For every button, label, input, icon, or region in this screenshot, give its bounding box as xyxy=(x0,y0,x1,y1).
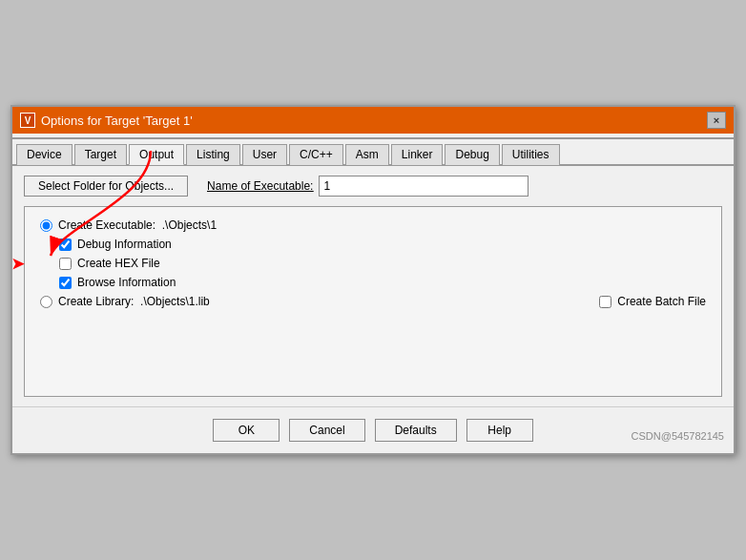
create-hex-annotation: ➤ Create HEX File xyxy=(40,257,706,270)
tab-bar-row: Device Target Output Listing User C/C++ … xyxy=(12,139,734,166)
app-icon: V xyxy=(20,113,35,128)
close-button[interactable]: × xyxy=(707,112,726,129)
browse-info-checkbox[interactable] xyxy=(59,277,72,289)
tab-cpp[interactable]: C/C++ xyxy=(289,144,343,165)
create-exe-radio[interactable] xyxy=(40,219,52,232)
help-button[interactable]: Help xyxy=(466,419,533,442)
create-exe-row: Create Executable: .\Objects\1 xyxy=(40,218,706,232)
create-exe-label: Create Executable: .\Objects\1 xyxy=(58,218,217,232)
tab-bar xyxy=(12,134,734,139)
footer-bar: OK Cancel Defaults Help CSDN@545782145 xyxy=(12,406,734,453)
exe-name-input[interactable] xyxy=(319,176,528,197)
create-lib-label: Create Library: .\Objects\1.lib xyxy=(58,295,210,308)
create-exe-path: .\Objects\1 xyxy=(162,218,217,232)
red-arrow-indicator: ➤ xyxy=(11,255,24,273)
tab-user[interactable]: User xyxy=(242,144,287,165)
debug-info-label: Debug Information xyxy=(77,238,172,251)
defaults-button[interactable]: Defaults xyxy=(375,419,457,442)
content-area: Select Folder for Objects... Name of Exe… xyxy=(12,166,734,406)
tab-target[interactable]: Target xyxy=(74,144,127,165)
tab-utilities[interactable]: Utilities xyxy=(502,144,560,165)
options-panel: Create Executable: .\Objects\1 Debug Inf… xyxy=(24,206,722,397)
watermark: CSDN@545782145 xyxy=(632,430,724,442)
create-hex-checkbox[interactable] xyxy=(59,258,72,270)
debug-info-row: Debug Information xyxy=(59,238,706,251)
select-folder-button[interactable]: Select Folder for Objects... xyxy=(24,176,188,197)
create-lib-path: .\Objects\1.lib xyxy=(140,295,210,308)
tab-debug[interactable]: Debug xyxy=(445,144,499,165)
main-window: V Options for Target 'Target 1' × Device… xyxy=(10,105,736,455)
name-exe-row: Name of Executable: xyxy=(207,176,722,197)
create-batch-checkbox[interactable] xyxy=(599,296,611,308)
tab-asm[interactable]: Asm xyxy=(345,144,389,165)
create-lib-radio[interactable] xyxy=(40,296,52,308)
title-bar-left: V Options for Target 'Target 1' xyxy=(20,113,193,128)
top-toolbar: Select Folder for Objects... Name of Exe… xyxy=(24,176,722,197)
tab-device[interactable]: Device xyxy=(16,144,73,165)
create-batch-area: Create Batch File xyxy=(599,295,706,308)
cancel-button[interactable]: Cancel xyxy=(289,419,364,442)
browse-info-row: Browse Information xyxy=(59,276,706,289)
create-hex-label: Create HEX File xyxy=(77,257,160,270)
create-hex-row: Create HEX File xyxy=(59,257,706,270)
window-title: Options for Target 'Target 1' xyxy=(41,114,193,128)
name-exe-label: Name of Executable: xyxy=(207,179,313,193)
tab-linker[interactable]: Linker xyxy=(391,144,444,165)
browse-info-label: Browse Information xyxy=(77,276,176,289)
debug-info-checkbox[interactable] xyxy=(59,239,72,251)
tab-output[interactable]: Output xyxy=(129,144,184,165)
ok-button[interactable]: OK xyxy=(213,419,280,442)
title-bar: V Options for Target 'Target 1' × xyxy=(12,107,734,134)
create-batch-label: Create Batch File xyxy=(617,295,706,308)
tab-listing[interactable]: Listing xyxy=(186,144,240,165)
